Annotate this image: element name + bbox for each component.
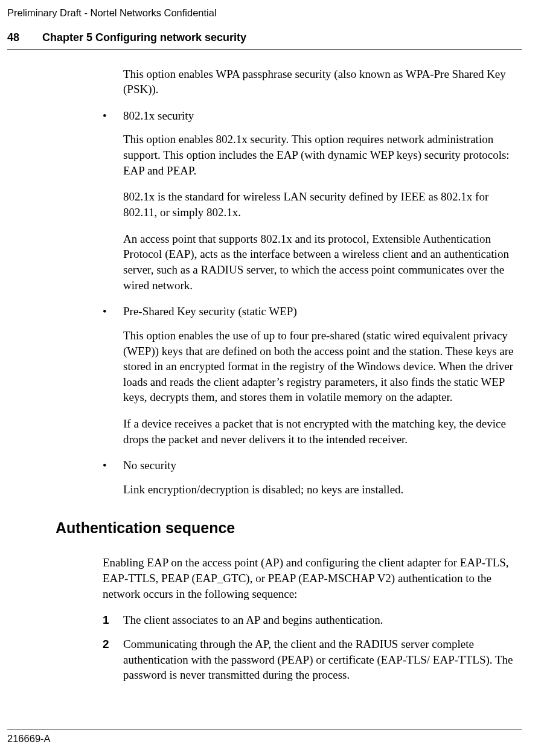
bullet-icon: • bbox=[103, 108, 123, 124]
bullet-8021x-para2: 802.1x is the standard for wireless LAN … bbox=[123, 189, 514, 220]
step-number: 2 bbox=[103, 636, 123, 683]
bullet-icon: • bbox=[103, 458, 123, 473]
intro-paragraph: This option enables WPA passphrase secur… bbox=[123, 66, 514, 97]
step-number: 1 bbox=[103, 612, 123, 628]
step-2: 2 Communicating through the AP, the clie… bbox=[103, 636, 514, 683]
section-body: Enabling EAP on the access point (AP) an… bbox=[103, 555, 514, 682]
bullet-title-nosec: No security bbox=[123, 458, 514, 473]
bullet-item-nosec: • No security bbox=[103, 458, 514, 473]
bullet-8021x-para3: An access point that supports 802.1x and… bbox=[123, 231, 514, 293]
bullet-title-psk: Pre-Shared Key security (static WEP) bbox=[123, 304, 514, 319]
chapter-header: 48Chapter 5 Configuring network security bbox=[7, 30, 522, 49]
page-container: Preliminary Draft - Nortel Networks Conf… bbox=[0, 0, 544, 683]
bullet-icon: • bbox=[103, 304, 123, 319]
bullet-item-psk: • Pre-Shared Key security (static WEP) bbox=[103, 304, 514, 319]
body-content: This option enables WPA passphrase secur… bbox=[103, 66, 514, 498]
bullet-item-8021x: • 802.1x security bbox=[103, 108, 514, 124]
step-text: Communicating through the AP, the client… bbox=[123, 636, 514, 683]
step-1: 1 The client associates to an AP and beg… bbox=[103, 612, 514, 628]
bullet-nosec-para1: Link encryption/decryption is disabled; … bbox=[123, 482, 514, 498]
page-footer: 216669-A bbox=[7, 729, 522, 745]
document-id: 216669-A bbox=[7, 733, 51, 744]
section-intro-paragraph: Enabling EAP on the access point (AP) an… bbox=[103, 555, 514, 601]
bullet-8021x-para1: This option enables 802.1x security. Thi… bbox=[123, 132, 514, 178]
section-heading-auth-sequence: Authentication sequence bbox=[56, 518, 519, 539]
bullet-psk-para1: This option enables the use of up to fou… bbox=[123, 328, 514, 405]
step-text: The client associates to an AP and begin… bbox=[123, 612, 514, 628]
bullet-psk-para2: If a device receives a packet that is no… bbox=[123, 416, 514, 447]
bullet-title-8021x: 802.1x security bbox=[123, 108, 514, 124]
page-number: 48 bbox=[7, 30, 42, 45]
confidential-header: Preliminary Draft - Nortel Networks Conf… bbox=[7, 6, 519, 19]
chapter-title: Chapter 5 Configuring network security bbox=[42, 31, 246, 43]
